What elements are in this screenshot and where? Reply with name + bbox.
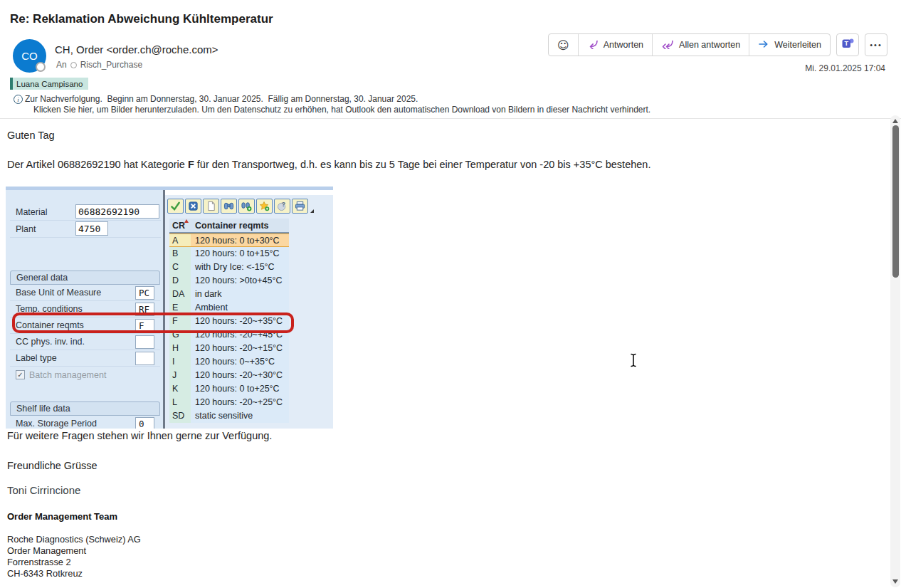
sap-row-temp-conditions: Temp. conditions RF — [10, 301, 160, 317]
table-row-f-highlighted: F120 hours: -20~+35°C — [169, 315, 289, 328]
sap-row-cc-phys-inv: CC phys. inv. ind. — [10, 334, 160, 350]
share-to-teams-button[interactable]: T — [836, 33, 859, 56]
more-actions-button[interactable]: ••• — [865, 33, 887, 56]
sap-label-type-input — [135, 352, 154, 365]
find-next-binoculars-icon — [238, 199, 255, 214]
sap-container-reqmts-input: F — [135, 319, 154, 332]
signature-street: Forrenstrasse 2 — [7, 557, 141, 568]
sap-batch-management-row: ✓ Batch management — [10, 367, 160, 384]
sap-field-material-label: Material — [16, 207, 47, 217]
container-reqmts-table-header: CR Container reqmts — [169, 219, 289, 233]
scrollbar-up-arrow-icon[interactable] — [892, 119, 898, 123]
sap-general-data-group: General data Base Unit of Measure PC Tem… — [10, 271, 160, 384]
sap-shelf-life-group: Shelf life data Max. Storage Period 0 — [10, 401, 160, 429]
recipient-name[interactable]: Risch_Purchase — [80, 60, 142, 70]
email-reading-pane: Re: Reklamation Abweichung Kühltemperatu… — [0, 0, 901, 588]
table-row: K120 hours: 0 to+25°C — [169, 382, 289, 396]
reply-arrow-icon — [587, 39, 599, 51]
sap-row-base-unit: Base Unit of Measure PC — [10, 285, 160, 301]
sap-batch-management-checkbox: ✓ — [16, 370, 25, 379]
emoji-reaction-button[interactable]: ☺ — [549, 34, 579, 56]
body-paragraph: Der Artikel 06882692190 hat Kategorie F … — [7, 159, 650, 170]
signature-block: Roche Diagnostics (Schweiz) AG Order Man… — [7, 534, 141, 579]
sap-batch-management-label: Batch management — [29, 370, 106, 380]
column-header-cr: CR — [169, 219, 191, 232]
signature-company: Roche Diagnostics (Schweiz) AG — [7, 534, 141, 545]
team-name: Order Management Team — [7, 511, 117, 522]
sap-field-plant: Plant 4750 — [10, 221, 161, 238]
cancel-x-icon — [185, 199, 201, 214]
header-divider — [0, 118, 901, 119]
email-subject: Re: Reklamation Abweichung Kühltemperatu… — [10, 12, 273, 26]
teams-icon: T — [841, 37, 855, 53]
category-letter: F — [188, 159, 194, 170]
table-row: G120 hours: -20~+45°C — [169, 328, 289, 342]
reply-button[interactable]: Antworten — [579, 34, 653, 56]
sap-field-plant-label: Plant — [16, 224, 36, 234]
signature-department: Order Management — [7, 545, 141, 557]
container-reqmts-table: CR Container reqmts A120 hours: 0 to+30°… — [169, 219, 289, 423]
scrollbar-down-arrow-icon[interactable] — [892, 579, 898, 584]
scrollbar-thumb[interactable] — [892, 125, 899, 278]
svg-text:T: T — [844, 40, 848, 47]
forward-button-label: Weiterleiten — [774, 40, 821, 50]
sender-name[interactable]: CH, Order <order.ch@roche.com> — [55, 43, 218, 56]
reply-all-button-label: Allen antworten — [679, 40, 740, 50]
confirm-check-icon — [167, 199, 184, 214]
reply-all-button[interactable]: Allen antworten — [653, 34, 749, 56]
table-row: H120 hours: -20~+15°C — [169, 342, 289, 355]
sap-shelf-life-header: Shelf life data — [10, 401, 160, 416]
sap-row-container-reqmts: Container reqmts F — [10, 317, 160, 334]
print-dropdown-caret — [310, 209, 314, 213]
sap-base-unit-input: PC — [135, 286, 154, 300]
sap-max-storage-input: 0 — [135, 417, 154, 429]
vertical-scrollbar[interactable] — [890, 115, 900, 587]
more-actions-icon: ••• — [870, 41, 882, 49]
sap-plant-input: 4750 — [75, 221, 108, 236]
sender-avatar-initials: CO — [21, 50, 38, 62]
smiley-icon: ☺ — [557, 38, 569, 52]
table-row: Cwith Dry Ice: <-15°C — [169, 261, 289, 274]
to-label: An — [56, 60, 67, 70]
help-hand-icon: ? — [274, 199, 290, 214]
sap-general-data-header: General data — [10, 271, 160, 285]
sap-row-label-type: Label type — [10, 350, 160, 367]
sort-ascending-icon — [184, 219, 189, 223]
table-row: B120 hours: 0 to+15°C — [169, 247, 289, 261]
recipient-row: An Risch_Purchase — [56, 60, 142, 70]
sap-popup-toolbar: ? — [167, 199, 314, 214]
email-action-bar: ☺ Antworten Allen antworten Weiterleiten… — [548, 33, 887, 56]
reply-button-group: ☺ Antworten Allen antworten Weiterleiten — [548, 33, 831, 56]
new-page-icon — [203, 199, 219, 214]
table-row: D120 hours: >0to+45°C — [169, 274, 289, 288]
forward-arrow-icon — [758, 39, 769, 51]
reply-button-label: Antworten — [604, 40, 643, 50]
svg-text:?: ? — [282, 201, 286, 208]
regards-line: Freundliche Grüsse — [7, 460, 98, 471]
category-tag[interactable]: Luana Campisano — [10, 78, 88, 90]
table-row: I120 hours: 0~+35°C — [169, 355, 289, 369]
sap-material-input: 06882692190 — [75, 204, 159, 219]
info-icon: i — [14, 95, 23, 104]
closing-line: Für weitere Fragen stehen wir Ihnen gern… — [7, 430, 272, 441]
text-cursor-ibeam — [629, 353, 638, 367]
table-row: L120 hours: -20~+25°C — [169, 396, 289, 409]
table-row: A120 hours: 0 to+30°C — [169, 233, 289, 247]
download-images-banner-line[interactable]: Klicken Sie hier, um Bilder herunterzula… — [33, 105, 650, 115]
received-date: Mi. 29.01.2025 17:04 — [805, 63, 885, 73]
signer-name: Toni Cirrincione — [7, 484, 80, 496]
forward-button[interactable]: Weiterleiten — [749, 34, 830, 56]
followup-banner-line1: Zur Nachverfolgung. Beginn am Donnerstag… — [25, 94, 418, 104]
sap-screenshot: Material 06882692190 Plant 4750 General … — [6, 187, 333, 429]
add-favorite-star-icon — [256, 199, 273, 214]
reply-all-arrow-icon — [661, 39, 674, 51]
table-row: J120 hours: -20~+30°C — [169, 369, 289, 382]
table-row: SDstatic sensitive — [169, 409, 289, 423]
print-icon — [292, 199, 308, 214]
sap-field-material: Material 06882692190 — [10, 204, 161, 221]
table-row: DAin dark — [169, 288, 289, 301]
column-header-desc: Container reqmts — [191, 219, 289, 232]
sap-search-help-popup: ? CR Container reqmts A120 hours: 0 to+3… — [165, 195, 333, 429]
body-greeting: Guten Tag — [7, 130, 55, 141]
sap-cc-phys-inv-input — [135, 335, 154, 349]
